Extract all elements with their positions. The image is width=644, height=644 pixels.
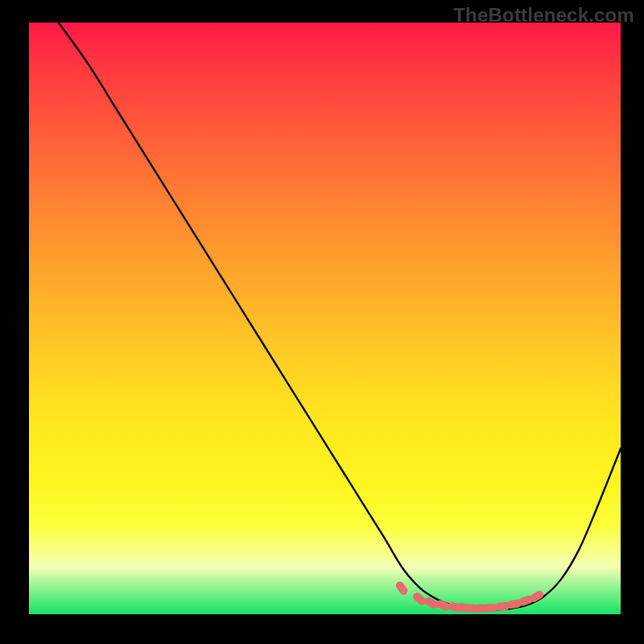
watermark-label: TheBottleneck.com [453,4,634,27]
chart-svg [29,23,621,614]
chart-gradient-background [29,23,621,614]
optimal-marker [394,580,410,596]
optimal-marker [411,591,427,607]
bottleneck-curve [59,23,621,610]
